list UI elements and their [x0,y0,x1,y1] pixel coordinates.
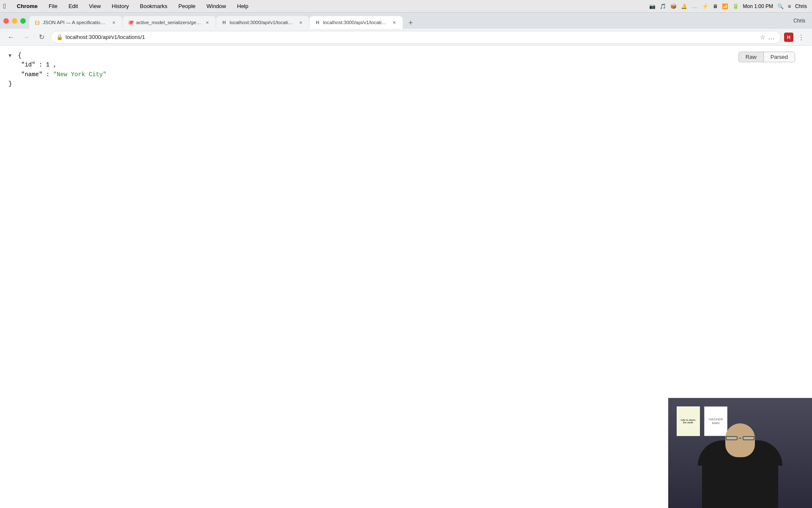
dropbox-icon: 📦 [670,3,677,9]
url-icons: ☆ … [760,33,775,41]
window-maximize-button[interactable] [20,18,26,24]
extension-button[interactable]: H [784,33,793,42]
profile-name: Chris [795,3,807,9]
menu-window[interactable]: Window [205,2,228,10]
tab-title-3: localhost:3000/api/v1/locatio... [230,20,295,25]
webcam-feed: Life is short. Do stuff. HACKERMAN [668,398,812,508]
poster-life-short: Life is short. Do stuff. [677,406,700,436]
json-line-id: "id" : 1 , [21,60,804,69]
tab-localhost-3[interactable]: H localhost:3000/api/v1/locatio... ✕ [216,16,309,29]
menu-file[interactable]: File [47,2,59,10]
refresh-button[interactable]: ↻ [36,31,47,43]
address-bar: ← → ↻ 🔒 localhost:3000/api/v1/locations/… [0,29,812,46]
more-icon[interactable]: … [768,33,775,41]
person-head [725,423,755,457]
notification-icon: 🔔 [681,3,687,9]
json-display: ▼ { "id" : 1 , "name" : "New York City" … [0,46,812,94]
forward-button[interactable]: → [20,31,32,43]
webcam-overlay: Life is short. Do stuff. HACKERMAN [668,398,812,508]
search-icon[interactable]: 🔍 [777,3,784,9]
menu-chrome[interactable]: Chrome [15,2,39,10]
json-line-open: ▼ { [8,51,804,60]
control-center-icon[interactable]: ≡ [788,3,791,9]
back-button[interactable]: ← [5,31,17,43]
json-line-close: } [8,79,804,88]
tab-favicon-3: H [221,19,227,25]
window-minimize-button[interactable] [12,18,17,24]
lock-icon: 🔒 [56,34,63,40]
tabs-container: {;} JSON API — A specification fo... ✕ 🐙… [29,13,793,29]
tab-active-model[interactable]: 🐙 active_model_serializers/gettin... ✕ [123,16,216,29]
json-open-brace: { [18,52,21,59]
json-id-key: "id" [21,61,36,68]
tab-close-1[interactable]: ✕ [110,19,117,26]
tab-json-api[interactable]: {;} JSON API — A specification fo... ✕ [29,16,122,29]
new-tab-button[interactable]: + [405,17,417,29]
menu-people[interactable]: People [177,2,197,10]
audio-icon: 🎵 [660,3,666,9]
tab-localhost-4[interactable]: H localhost:3000/api/v1/locatio... ✕ [310,16,403,29]
poster-hackerman: HACKERMAN [704,406,727,436]
tab-bar: {;} JSON API — A specification fo... ✕ 🐙… [0,13,812,29]
camera-icon: 📷 [649,3,656,9]
menu-help[interactable]: Help [236,2,250,10]
main-content: Raw Parsed ▼ { "id" : 1 , "name" : "New … [0,46,812,508]
bookmark-icon[interactable]: ☆ [760,34,765,41]
raw-button[interactable]: Raw [739,52,764,62]
tab-title-2: active_model_serializers/gettin... [136,20,201,25]
cloud-icon: ☁️ [691,3,698,9]
chrome-menu-button[interactable]: ⋮ [795,31,807,43]
json-id-value: 1 [46,61,49,68]
tab-title-1: JSON API — A specification fo... [43,20,108,25]
address-bar-right: H ⋮ [784,31,807,43]
url-bar[interactable]: 🔒 localhost:3000/api/v1/locations/1 ☆ … [51,31,781,44]
view-toggle: Raw Parsed [738,52,795,62]
menu-view[interactable]: View [87,2,102,10]
profile-indicator[interactable]: Chris [793,18,805,24]
menu-history[interactable]: History [110,2,130,10]
tab-title-4: localhost:3000/api/v1/locatio... [323,20,388,25]
tab-favicon-1: {;} [34,19,40,25]
tab-close-4[interactable]: ✕ [391,19,398,26]
url-text: localhost:3000/api/v1/locations/1 [66,34,757,40]
menu-edit[interactable]: Edit [67,2,80,10]
person-glasses [726,436,754,440]
json-close-brace: } [8,80,12,87]
tab-favicon-2: 🐙 [128,19,134,25]
bluetooth-icon: ⚡ [702,3,708,9]
window-close-button[interactable] [3,18,9,24]
menu-bookmarks[interactable]: Bookmarks [138,2,169,10]
menu-bar-right: 📷 🎵 📦 🔔 ☁️ ⚡ 🖥 📶 🔋 Mon 1:00 PM 🔍 ≡ Chris [649,3,807,9]
display-icon: 🖥 [713,3,718,9]
tab-close-2[interactable]: ✕ [204,19,211,26]
tab-close-3[interactable]: ✕ [297,19,304,26]
json-name-key: "name" [21,71,42,78]
parsed-button[interactable]: Parsed [764,52,795,62]
clock: Mon 1:00 PM [743,3,773,9]
menu-bar:  Chrome File Edit View History Bookmark… [0,0,812,13]
battery-icon: 🔋 [732,3,739,9]
json-line-name: "name" : "New York City" [21,70,804,79]
wifi-icon: 📶 [722,3,728,9]
tab-favicon-4: H [315,19,321,25]
json-name-value: "New York City" [53,71,107,78]
apple-logo-icon[interactable]:  [3,3,6,10]
window-controls [0,13,29,29]
toggle-arrow[interactable]: ▼ [8,52,14,57]
